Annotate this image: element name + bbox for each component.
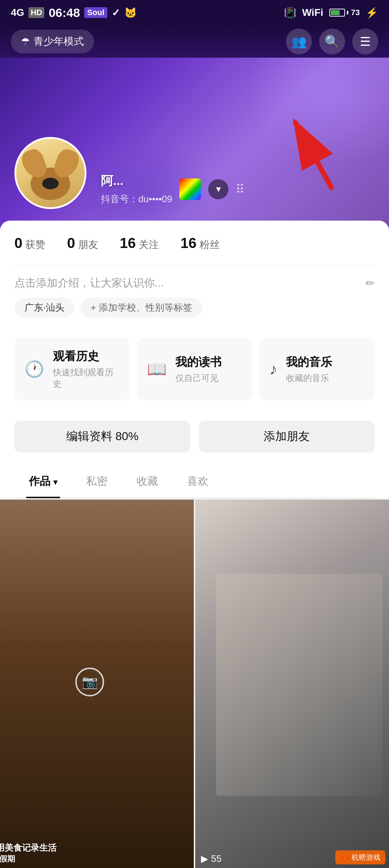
rainbow-badge	[179, 178, 201, 200]
followers-count: 16	[180, 235, 197, 251]
watch-history-info: 观看历史 快速找到观看历史	[53, 349, 120, 390]
tab-likes[interactable]: 喜欢	[173, 465, 223, 497]
soul-app-icon: Soul	[84, 7, 107, 18]
watermark-icon: 🦀	[340, 853, 349, 862]
tags-row: 广东·汕头 + 添加学校、性别等标签	[14, 298, 375, 331]
location-tag-text: 广东·汕头	[24, 302, 64, 313]
username-area: 阿... 抖音号：du••••09	[101, 173, 172, 205]
music-icon: ♪	[269, 360, 277, 378]
play-count-2: ▶ 55	[201, 853, 222, 864]
app-header: ☂ 青少年模式 👥 🔍 ☰	[0, 25, 389, 58]
content-overlay-1: #用美食记录生活 晒假期	[0, 842, 194, 864]
following-count: 16	[120, 235, 136, 251]
check-icon: ✓	[112, 7, 120, 19]
watermark-text: 机螃游戏	[352, 852, 380, 862]
content-tag-1: #用美食记录生活	[0, 842, 194, 854]
plus-icon: +	[90, 302, 96, 313]
search-button[interactable]: 🔍	[319, 28, 345, 54]
my-reading-card[interactable]: 📖 我的读书 仅自己可见	[137, 338, 252, 400]
watch-history-card[interactable]: 🕐 观看历史 快速找到观看历史	[14, 338, 130, 400]
content-item-1[interactable]: 📷 #用美食记录生活 晒假期	[0, 500, 194, 868]
followers-label: 粉丝	[200, 238, 220, 252]
friends-icon: 👥	[291, 34, 307, 49]
tab-collections[interactable]: 收藏	[122, 465, 173, 497]
hamburger-icon: ☰	[360, 34, 371, 49]
stat-followers[interactable]: 16 粉丝	[180, 235, 220, 252]
friends-button[interactable]: 👥	[286, 28, 312, 54]
youth-mode-button[interactable]: ☂ 青少年模式	[11, 30, 94, 53]
tab-works[interactable]: 作品 ▾	[14, 465, 72, 497]
collections-tab-label: 收藏	[137, 475, 158, 487]
youth-mode-label: 青少年模式	[33, 35, 84, 48]
private-tab-label: 私密	[86, 475, 108, 487]
following-label: 关注	[139, 238, 159, 252]
chevron-down-icon: ▾	[216, 183, 221, 195]
music-info: 我的音乐 收藏的音乐	[286, 354, 365, 384]
umbrella-icon: ☂	[21, 36, 30, 48]
watermark: 🦀 机螃游戏	[335, 850, 385, 864]
action-buttons: 编辑资料 80% 添加朋友	[14, 413, 375, 465]
play-number: 55	[211, 853, 222, 864]
content-grid: 📷 #用美食记录生活 晒假期 ▶ 55	[0, 498, 389, 868]
cat-icon: 🐱	[124, 7, 137, 19]
friends-count: 0	[67, 235, 75, 251]
feature-cards-row: 🕐 观看历史 快速找到观看历史 📖 我的读书 仅自己可见 ♪ 我的音乐 收藏的音…	[14, 331, 375, 413]
my-music-card[interactable]: ♪ 我的音乐 收藏的音乐	[259, 338, 375, 400]
douyin-id: 抖音号：du••••09	[101, 193, 172, 205]
status-bar: 4G HD 06:48 Soul ✓ 🐱 📳 WiFi 73 ⚡	[0, 0, 389, 25]
user-avatar[interactable]	[14, 137, 86, 209]
hd-icon: HD	[28, 7, 44, 18]
reading-title: 我的读书	[175, 354, 242, 370]
status-left: 4G HD 06:48 Soul ✓ 🐱	[11, 6, 137, 20]
reading-subtitle: 仅自己可见	[175, 372, 242, 384]
profile-body: 0 获赞 0 朋友 16 关注 16 粉丝 点击添加介绍，让大家认识你... ✏…	[0, 221, 389, 498]
likes-tab-label: 喜欢	[187, 475, 209, 487]
menu-button[interactable]: ☰	[352, 28, 378, 54]
stat-following[interactable]: 16 关注	[120, 235, 159, 252]
camera-icon: 📷	[75, 668, 104, 696]
edit-profile-label: 编辑资料 80%	[66, 430, 139, 443]
likes-count: 0	[14, 235, 22, 251]
battery-indicator: 73	[329, 8, 360, 17]
tab-private[interactable]: 私密	[72, 465, 122, 497]
qr-code-icon[interactable]: ⠿	[236, 182, 245, 196]
edit-bio-icon[interactable]: ✏	[366, 277, 375, 289]
stat-likes[interactable]: 0 获赞	[14, 235, 45, 252]
profile-cover: 阿... 抖音号：du••••09 ▾ ⠿	[0, 58, 389, 231]
cover-decoration-1	[245, 58, 389, 166]
lightning-icon: ⚡	[366, 7, 378, 19]
clock-icon: 🕐	[24, 360, 44, 378]
vibrate-icon: 📳	[284, 7, 296, 19]
signal-icon: 4G	[11, 7, 24, 18]
edit-profile-button[interactable]: 编辑资料 80%	[14, 421, 190, 452]
search-icon: 🔍	[325, 34, 340, 49]
profile-info-overlay: 阿... 抖音号：du••••09 ▾ ⠿	[101, 173, 245, 205]
watch-history-subtitle: 快速找到观看历史	[53, 367, 120, 390]
works-dropdown-icon: ▾	[53, 478, 57, 487]
book-icon: 📖	[147, 360, 167, 378]
username: 阿...	[101, 173, 172, 189]
stats-row: 0 获赞 0 朋友 16 关注 16 粉丝	[14, 235, 375, 265]
works-tab-label: 作品	[29, 475, 50, 487]
add-friend-label: 添加朋友	[264, 430, 310, 443]
music-subtitle: 收藏的音乐	[286, 372, 365, 384]
profile-tabs: 作品 ▾ 私密 收藏 喜欢	[14, 465, 375, 498]
add-tag-button[interactable]: + 添加学校、性别等标签	[80, 298, 202, 318]
likes-label: 获赞	[25, 238, 45, 252]
bio-text: 点击添加介绍，让大家认识你...	[14, 276, 360, 291]
status-right: 📳 WiFi 73 ⚡	[284, 7, 378, 19]
play-icon: ▶	[201, 853, 208, 864]
add-friend-button[interactable]: 添加朋友	[199, 421, 375, 452]
location-tag[interactable]: 广东·汕头	[14, 298, 75, 318]
watch-history-title: 观看历史	[53, 349, 120, 364]
content-item-2[interactable]: ▶ 55	[195, 500, 389, 868]
avatar-image	[16, 139, 85, 207]
music-title: 我的音乐	[286, 354, 365, 370]
profile-dropdown-button[interactable]: ▾	[208, 179, 228, 199]
bio-section[interactable]: 点击添加介绍，让大家认识你... ✏	[14, 265, 375, 298]
content-subtitle-1: 晒假期	[0, 854, 194, 864]
reading-info: 我的读书 仅自己可见	[175, 354, 242, 384]
time: 06:48	[49, 6, 80, 20]
friends-label: 朋友	[78, 238, 98, 252]
stat-friends[interactable]: 0 朋友	[67, 235, 98, 252]
